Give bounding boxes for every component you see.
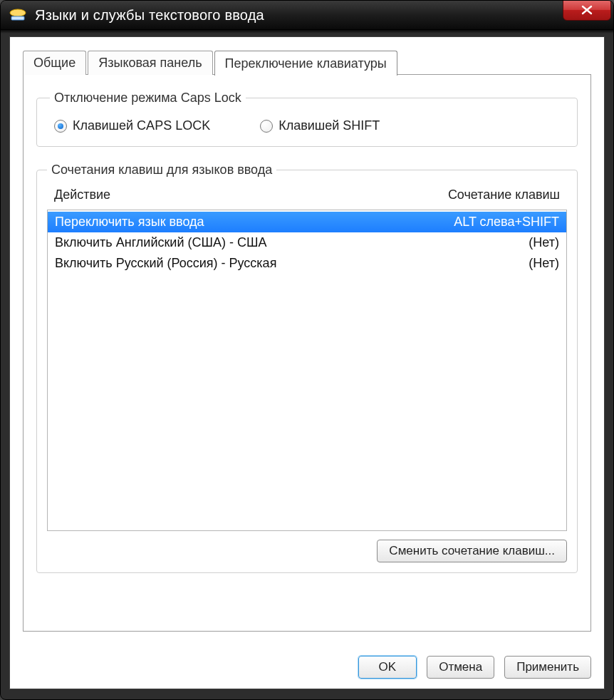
row-keys: (Нет) <box>529 235 559 250</box>
tab-language-panel[interactable]: Языковая панель <box>88 51 212 75</box>
group-hotkeys-legend: Сочетания клавиш для языков ввода <box>47 163 276 177</box>
list-row[interactable]: Включить Русский (Россия) - Русская (Нет… <box>48 253 566 274</box>
dialog-buttons: OK Отмена Применить <box>358 656 591 679</box>
cancel-button[interactable]: Отмена <box>427 656 494 679</box>
window-title: Языки и службы текстового ввода <box>35 7 264 24</box>
radio-dot-icon <box>260 120 273 133</box>
tab-panel-keyboard-switch: Отключение режима Caps Lock Клавишей CAP… <box>23 74 591 632</box>
apply-button[interactable]: Применить <box>504 656 591 679</box>
row-action: Переключить язык ввода <box>55 215 204 230</box>
group-caps-legend: Отключение режима Caps Lock <box>50 91 246 105</box>
row-action: Включить Русский (Россия) - Русская <box>55 256 276 271</box>
ok-button[interactable]: OK <box>358 656 417 679</box>
list-row[interactable]: Переключить язык ввода ALT слева+SHIFT <box>48 212 566 232</box>
tab-general[interactable]: Общие <box>23 51 86 75</box>
tab-strip: Общие Языковая панель Переключение клави… <box>23 50 591 75</box>
dialog-window: Языки и службы текстового ввода Общие Яз… <box>0 0 614 700</box>
radio-shift-label: Клавишей SHIFT <box>279 118 380 133</box>
app-icon <box>8 7 28 23</box>
list-row[interactable]: Включить Английский (США) - США (Нет) <box>48 232 566 253</box>
row-action: Включить Английский (США) - США <box>55 235 266 250</box>
svg-rect-1 <box>11 16 24 20</box>
close-button[interactable] <box>563 0 611 21</box>
radio-dot-icon <box>54 120 67 133</box>
change-hotkey-row: Сменить сочетание клавиш... <box>47 531 567 562</box>
change-hotkey-button[interactable]: Сменить сочетание клавиш... <box>377 540 567 562</box>
group-hotkeys: Сочетания клавиш для языков ввода Действ… <box>36 163 578 573</box>
group-caps-lock: Отключение режима Caps Lock Клавишей CAP… <box>36 91 578 147</box>
client-area: Общие Языковая панель Переключение клави… <box>9 36 605 689</box>
radio-shift[interactable]: Клавишей SHIFT <box>260 118 380 133</box>
row-keys: (Нет) <box>529 256 559 271</box>
tab-keyboard-switch[interactable]: Переключение клавиатуры <box>214 51 397 76</box>
hotkeys-list-header: Действие Сочетание клавиш <box>47 183 567 210</box>
svg-point-0 <box>10 9 26 16</box>
col-keys: Сочетание клавиш <box>448 187 560 202</box>
col-action: Действие <box>54 187 110 202</box>
radio-caps-lock[interactable]: Клавишей CAPS LOCK <box>54 118 210 133</box>
title-bar: Языки и службы текстового ввода <box>1 1 613 30</box>
caps-radio-row: Клавишей CAPS LOCK Клавишей SHIFT <box>50 115 564 135</box>
radio-caps-label: Клавишей CAPS LOCK <box>73 118 210 133</box>
hotkeys-listbox[interactable]: Переключить язык ввода ALT слева+SHIFT В… <box>47 210 567 531</box>
row-keys: ALT слева+SHIFT <box>454 215 559 230</box>
